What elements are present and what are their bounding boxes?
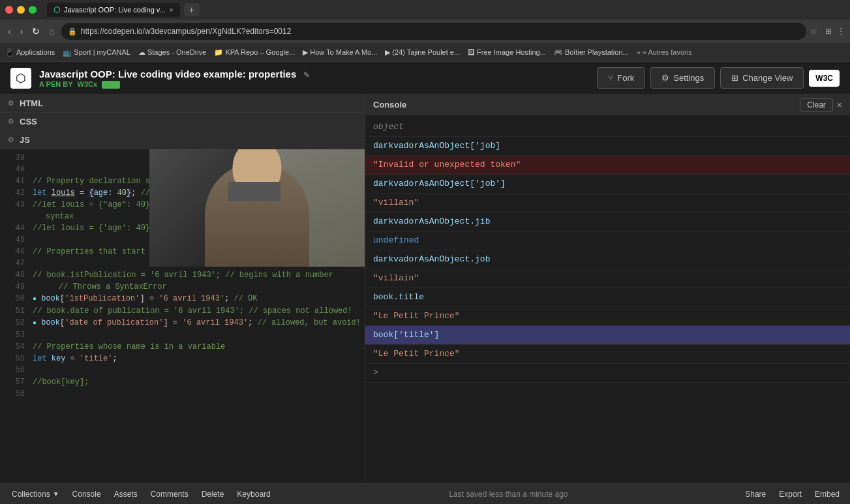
change-view-button[interactable]: ⊞ Change View <box>720 67 804 89</box>
bookmark-stages[interactable]: ☁ Stages - OneDrive <box>138 48 206 57</box>
code-line-54: 54// Properties whose name is in a varia… <box>0 341 365 353</box>
bookmark-applications[interactable]: 📱 Applications <box>5 48 55 57</box>
close-console-button[interactable]: × <box>837 100 842 110</box>
traffic-light-close[interactable] <box>5 6 13 14</box>
address-bar[interactable]: 🔒 https://codepen.io/w3devcampus/pen/XgN… <box>61 23 806 40</box>
comments-label: Comments <box>151 490 189 499</box>
collections-label: Collections <box>12 490 50 499</box>
css-settings-icon[interactable]: ⚙ <box>8 117 14 126</box>
video-placeholder <box>149 149 365 267</box>
clear-button[interactable]: Clear <box>800 98 833 111</box>
collections-button[interactable]: Collections ▼ <box>5 487 66 501</box>
console-input-prompt[interactable]: > <box>365 364 850 383</box>
tab-close-btn[interactable]: × <box>170 7 174 14</box>
toolbar-icons: ☆ ⊞ ⋮ <box>810 27 845 36</box>
codepen-actions: ⑂ Fork ⚙ Settings ⊞ Change View W3C <box>597 67 840 89</box>
forward-btn[interactable]: › <box>18 25 26 38</box>
delete-label: Delete <box>202 490 224 499</box>
pen-subtitle: A PEN BY W3Cx PRO <box>39 80 597 88</box>
console-line-job1: darkvadorAsAnObject['job] <box>365 137 850 156</box>
refresh-btn[interactable]: ↻ <box>29 25 42 38</box>
codepen-title-area: Javascript OOP: Live coding video exampl… <box>39 68 597 88</box>
console-line-booktitle-bracket: book['title'] <box>365 326 850 345</box>
extensions-icon[interactable]: ⊞ <box>825 27 832 36</box>
html-settings-icon[interactable]: ⚙ <box>8 99 14 108</box>
settings-button[interactable]: ⚙ Settings <box>650 67 715 89</box>
code-line-57: 57//book[key]; <box>0 376 365 388</box>
bookmark-freeimage[interactable]: 🖼 Free Image Hosting... <box>468 48 546 56</box>
code-line-56: 56 <box>0 364 365 376</box>
console-line-lepetit2: "Le Petit Prince" <box>365 345 850 364</box>
console-line-villain2: "villain" <box>365 269 850 288</box>
codepen-logo[interactable]: ⬡ <box>10 68 31 89</box>
console-line-job2: darkvadorAsAnObject['job'] <box>365 175 850 194</box>
bookmark-sport[interactable]: 📺 Sport | myCANAL <box>63 48 130 57</box>
js-panel-title: JS <box>20 135 30 145</box>
tab-active[interactable]: ⬡ Javascript OOP: Live coding v... × <box>47 3 180 17</box>
code-line-51: 51// book.date of publication = '6 avril… <box>0 305 365 317</box>
js-settings-icon[interactable]: ⚙ <box>8 136 14 144</box>
traffic-light-minimize[interactable] <box>17 6 25 14</box>
w3c-label: W3C <box>815 74 833 83</box>
pen-author[interactable]: W3Cx <box>78 80 98 88</box>
pen-title: Javascript OOP: Live coding video exampl… <box>39 68 296 80</box>
tab-favicon: ⬡ <box>53 5 60 14</box>
export-button[interactable]: Export <box>774 487 807 501</box>
code-line-49: 49// Throws a SyntaxError <box>0 281 365 293</box>
console-header: Console Clear × <box>365 95 850 115</box>
js-panel-header: ⚙ JS <box>0 131 365 149</box>
url-text: https://codepen.io/w3devcampus/pen/XgNdL… <box>81 27 292 36</box>
code-line-53: 53 <box>0 329 365 341</box>
code-editor[interactable]: 39 40 41// Property declaration syntax 4… <box>0 149 365 483</box>
collections-arrow-icon: ▼ <box>53 490 59 497</box>
console-line-job3: darkvadorAsAnObject.job <box>365 250 850 269</box>
console-tab-button[interactable]: Console <box>66 487 108 501</box>
bookmark-boitier[interactable]: 🎮 Boîtier Playstation... <box>554 48 629 57</box>
assets-label: Assets <box>114 490 138 499</box>
bookmark-more[interactable]: » » Autres favoris <box>637 48 692 56</box>
edit-title-icon[interactable]: ✎ <box>303 70 310 80</box>
embed-button[interactable]: Embed <box>810 487 845 501</box>
css-panel-title: CSS <box>20 117 37 126</box>
save-status: Last saved less than a minute ago <box>449 490 568 499</box>
console-output: object darkvadorAsAnObject['job] "Invali… <box>365 115 850 483</box>
bookmark-kpa[interactable]: 📁 KPA Repo – Google... <box>214 48 295 57</box>
console-panel: Console Clear × object darkvadorAsAnObje… <box>365 95 850 483</box>
share-button[interactable]: Share <box>740 487 771 501</box>
console-line-undefined: undefined <box>365 231 850 250</box>
comments-button[interactable]: Comments <box>144 487 195 501</box>
console-tab-label: Console <box>72 490 101 499</box>
html-panel-header: ⚙ HTML <box>0 95 365 113</box>
tab-bar: ⬡ Javascript OOP: Live coding v... × + <box>47 3 200 17</box>
bookmark-tajine[interactable]: ▶ (24) Tajine Poulet e... <box>385 48 460 57</box>
browser-toolbar: ‹ › ↻ ⌂ 🔒 https://codepen.io/w3devcampus… <box>0 20 850 43</box>
new-tab-btn[interactable]: + <box>184 3 200 16</box>
w3c-button[interactable]: W3C <box>809 70 840 87</box>
pro-badge: PRO <box>102 81 120 89</box>
assets-button[interactable]: Assets <box>108 487 144 501</box>
bookmark-star-icon[interactable]: ☆ <box>810 27 817 36</box>
more-menu-icon[interactable]: ⋮ <box>837 27 845 36</box>
fork-icon: ⑂ <box>608 73 613 83</box>
code-line-58: 58 <box>0 388 365 400</box>
code-line-48: 48// book.1stPublication = '6 avril 1943… <box>0 269 365 281</box>
fork-button[interactable]: ⑂ Fork <box>597 67 645 89</box>
browser-chrome: ⬡ Javascript OOP: Live coding v... × + ‹… <box>0 0 850 62</box>
bookmark-howtomake[interactable]: ▶ How To Make A Mo... <box>303 48 377 57</box>
back-btn[interactable]: ‹ <box>5 25 14 38</box>
delete-button[interactable]: Delete <box>195 487 231 501</box>
css-panel-header: ⚙ CSS <box>0 113 365 131</box>
console-line-jib: darkvadorAsAnObject.jib <box>365 213 850 231</box>
secure-icon: 🔒 <box>68 27 77 36</box>
console-line-booktitle: book.title <box>365 288 850 307</box>
bottom-right-actions: Share Export Embed <box>740 487 845 501</box>
home-btn[interactable]: ⌂ <box>46 25 57 38</box>
code-line-55: 55let key = 'title'; <box>0 353 365 364</box>
console-line-villain1: "villain" <box>365 194 850 213</box>
settings-icon: ⚙ <box>661 73 669 83</box>
traffic-light-maximize[interactable] <box>29 6 37 14</box>
codepen-logo-icon: ⬡ <box>16 71 26 85</box>
fork-label: Fork <box>617 73 634 83</box>
bottom-bar: Collections ▼ Console Assets Comments De… <box>0 483 850 504</box>
keyboard-button[interactable]: Keyboard <box>230 487 277 501</box>
